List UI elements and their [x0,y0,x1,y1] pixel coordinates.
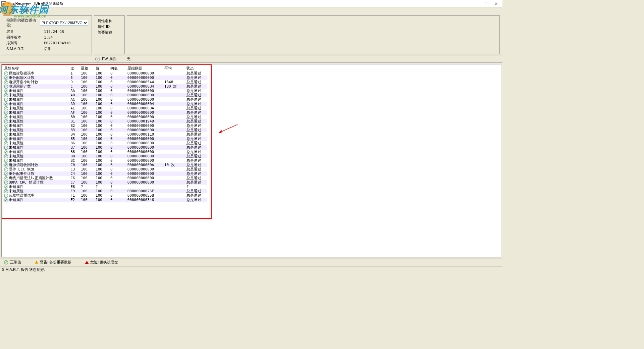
ok-icon [4,115,8,119]
ok-icon [4,167,8,171]
ok-icon [4,198,8,202]
attr-name-label: 属性名称: [98,18,113,23]
table-row[interactable]: 未知属性BB1001000000000000000总是通过 [3,154,207,158]
status-text: S.M.A.R.T. 报告 状态良好。 [2,267,48,271]
firmware-label: 固件版本 [6,35,44,40]
ok-icon [4,80,8,84]
table-row[interactable]: 未知属性B51001000000000000000总是通过 [3,137,207,141]
table-row[interactable]: 未知属性AA1001000000000000000总是通过 [3,89,207,93]
table-row[interactable]: 原始读取错误率11001000000000000000总是通过 [3,71,207,76]
help-icon[interactable]: ? [95,57,100,61]
ok-icon [4,185,8,189]
table-row[interactable]: 未知属性B61001000000000000000总是通过 [3,141,207,145]
header-threshold[interactable]: 阈值 [109,65,126,71]
table-row[interactable]: 未知属性B31001000000000000000总是通过 [3,128,207,132]
table-row[interactable]: 电源周期计数C10010000000000000B4180 次总是通过 [3,84,207,89]
ok-icon [4,124,8,128]
pw-value: 无 [127,56,130,61]
table-row[interactable]: 电源开启小时计数910010000000000005441348总是通过 [3,80,207,84]
table-row[interactable]: 硬件 ECC 恢复C31001000000000000000总是通过 [3,167,207,171]
header-value[interactable]: 值 [94,65,109,71]
table-row[interactable]: 未知属性AF1001000000000000000总是通过 [3,110,207,115]
close-button[interactable]: ✕ [494,1,498,6]
header-id[interactable]: ID [69,65,79,71]
table-row[interactable]: 未知属性BC1001000000000000000总是通过 [3,158,207,163]
table-row[interactable]: 未知属性E9100100000000000025E总是通过 [3,189,207,193]
table-row[interactable]: 未知属性B11001000000000001949总是通过 [3,119,207,123]
menubar: 文件(F) 帮助 [0,7,502,14]
table-row[interactable]: 未知属性AC1001000000000000000总是通过 [3,97,207,102]
ok-icon [4,141,8,145]
table-row[interactable]: 未知属性B71001000000000000000总是通过 [3,145,207,150]
table-row[interactable]: 未知属性B21001000000000000000总是通过 [3,123,207,128]
ok-icon [4,189,8,193]
header-name[interactable]: 属性名称 [3,65,69,71]
table-row[interactable]: 未知属性AE100100000000000000A总是通过 [3,106,207,110]
ok-icon [4,146,8,150]
menu-file[interactable]: 文件(F) [5,8,17,13]
table-row[interactable]: UDMA CRC 错误计数C71001000000000000000总是通过 [3,180,207,185]
table-row[interactable]: 未知属性E8???? [3,185,207,189]
smart-value: 启用 [44,46,51,51]
app-icon: ▣ [1,1,6,6]
minimize-button[interactable]: — [472,1,477,6]
capacity-value: 119.24 GB [44,29,64,34]
attr-id-label: 属性 ID: [98,24,111,29]
warning-icon [35,261,39,264]
ok-icon [4,150,8,154]
legend-row: 正常值 警告! 备份重要数据 危险! 更换该硬盘 [0,258,502,266]
ok-icon [4,154,8,158]
pw-label: PW 属性: [102,56,117,61]
header-status[interactable]: 状态 [185,65,207,71]
firmware-value: 1.04 [44,35,53,40]
table-row[interactable]: 未知属性B01001000000000000000总是通过 [3,115,207,119]
table-row[interactable]: 重分配事件计数C41001000000000000000总是通过 [3,171,207,176]
svg-line-0 [219,124,237,133]
ok-icon [4,85,8,89]
table-row[interactable]: 未知属性F21001000000000000346总是通过 [3,198,207,202]
attr-labels-panel: 属性名称: 属性 ID: 简要描述: [94,15,125,54]
ok-icon [4,176,8,180]
smart-label: S.M.A.R.T. [6,46,44,51]
status-bar: S.M.A.R.T. 报告 状态良好。 [0,266,502,273]
drive-selector[interactable]: PLEXTOR PX-128M7VC [40,20,88,26]
table-row[interactable]: 电源切断收回计数C0100100000000000000A10 次总是通过 [3,163,207,167]
header-avg[interactable]: 平均 [163,65,185,71]
legend-danger: 危险! 更换该硬盘 [85,260,118,265]
table-row[interactable]: 未知属性AD1001000000000000004总是通过 [3,102,207,106]
maximize-button[interactable]: ❐ [483,1,488,6]
table-row[interactable]: 重分配扇区计数51001000000000000000总是通过 [3,76,207,80]
ok-icon [4,163,8,167]
annotation-arrow-icon [218,124,238,134]
capacity-label: 容量 [6,29,44,34]
drive-select-label: 检测到的硬盘驱动器: [6,18,40,28]
attr-desc-label: 简要描述: [98,30,113,35]
header-worst[interactable]: 最差 [79,65,94,71]
menu-help[interactable]: 帮助 [21,8,29,13]
header-raw[interactable]: 原始数据 [126,65,163,71]
ok-icon [4,93,8,97]
ok-icon [4,133,8,137]
pw-attribute-row: ? PW 属性: 无 [0,55,502,63]
ok-icon [4,172,8,176]
ok-icon [4,159,8,163]
ok-icon [4,102,8,106]
ok-icon [4,260,8,264]
table-row[interactable]: 未知属性B410010000000000001E0总是通过 [3,132,207,137]
smart-table[interactable]: 属性名称 ID 最差 值 阈值 原始数据 平均 状态 原始读取错误率110010… [3,65,207,202]
serial-label: 序列号 [6,41,44,46]
smart-table-container: 属性名称 ID 最差 值 阈值 原始数据 平均 状态 原始读取错误率110010… [1,64,501,257]
table-row[interactable]: 读取错误重试率F1100100000000000055B总是通过 [3,193,207,198]
table-header-row: 属性名称 ID 最差 值 阈值 原始数据 平均 状态 [3,65,207,71]
danger-icon [85,261,89,264]
table-row[interactable]: 未知属性B81001000000000000000总是通过 [3,150,207,154]
drive-info-panel: 检测到的硬盘驱动器: PLEXTOR PX-128M7VC 容量119.24 G… [3,15,92,54]
table-row[interactable]: 未知属性AB1001000000000000000总是通过 [3,93,207,97]
window-title: FinalRecovery - IDE 硬盘健康诊断 [7,1,472,6]
ok-icon [4,194,8,198]
info-panels: 检测到的硬盘驱动器: PLEXTOR PX-128M7VC 容量119.24 G… [0,14,502,55]
ok-icon [4,111,8,115]
svg-marker-1 [218,130,222,133]
serial-value: P02701104910 [44,41,70,46]
table-row[interactable]: 离线扫描无法纠正扇区计数C61001000000000000000总是通过 [3,176,207,180]
